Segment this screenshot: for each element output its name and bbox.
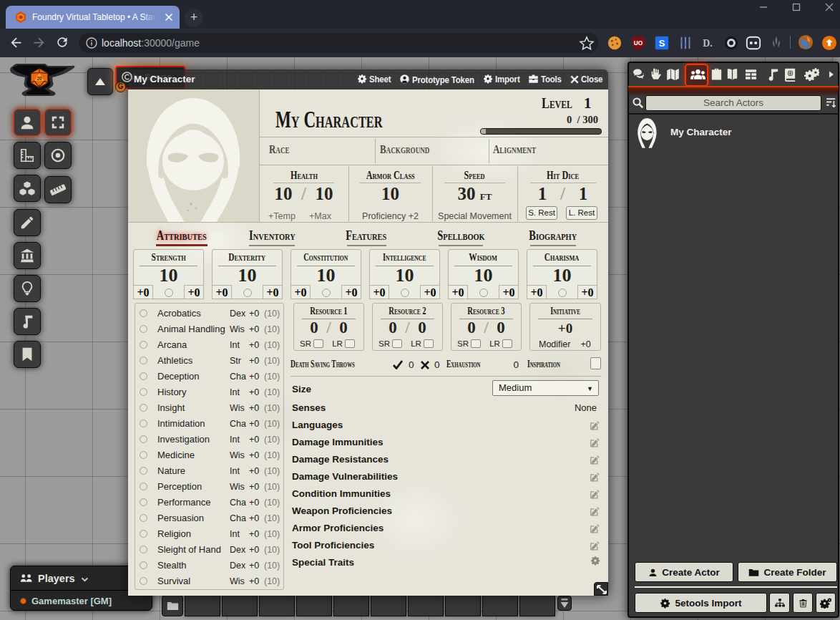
svg-text:20: 20 [36,76,42,81]
svg-text:S: S [659,38,665,49]
svg-text:UO: UO [634,40,643,47]
svg-text:D.: D. [703,38,712,49]
